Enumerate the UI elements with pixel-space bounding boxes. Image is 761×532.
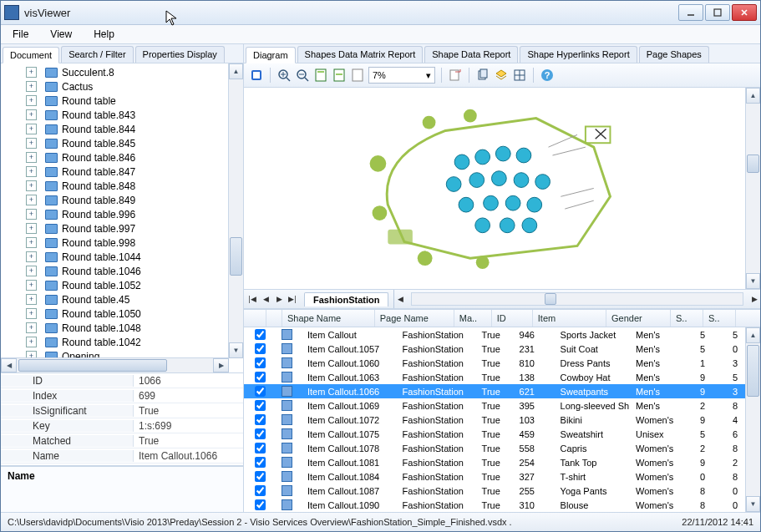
row-checkbox[interactable]	[255, 329, 266, 340]
scroll-up-icon[interactable]: ▲	[229, 63, 243, 79]
page-next-icon[interactable]: ▶	[273, 293, 285, 305]
tree-vertical-scrollbar[interactable]: ▲ ▼	[228, 63, 243, 358]
tree-item[interactable]: +Round table.1048	[1, 321, 243, 335]
row-checkbox[interactable]	[255, 343, 266, 354]
document-tree[interactable]: +Succulent.8+Cactus+Round table+Round ta…	[1, 63, 243, 372]
col-page-name[interactable]: Page Name	[375, 310, 454, 327]
scroll-down-icon[interactable]: ▼	[229, 342, 243, 358]
page-scroll-left-icon[interactable]: ◀	[394, 293, 406, 305]
tree-item[interactable]: +Round table.848	[1, 179, 243, 193]
tab-search-filter[interactable]: Search / Filter	[61, 46, 133, 63]
expand-icon[interactable]: +	[26, 209, 37, 220]
page-tab-fashionstation[interactable]: FashionStation	[304, 292, 388, 307]
tree-item[interactable]: +Round table.849	[1, 193, 243, 207]
zoom-combo[interactable]: 7%▾	[368, 67, 435, 84]
expand-icon[interactable]: +	[26, 180, 37, 191]
scroll-down-icon[interactable]: ▼	[746, 496, 760, 512]
col-id[interactable]: ID	[492, 310, 533, 327]
scroll-left-icon[interactable]: ◀	[1, 358, 17, 372]
expand-icon[interactable]: +	[26, 67, 37, 78]
property-row[interactable]: MatchedTrue	[1, 433, 243, 448]
menu-view[interactable]: View	[47, 27, 75, 42]
row-checkbox[interactable]	[255, 443, 266, 453]
tree-horizontal-scrollbar[interactable]: ◀ ▶	[1, 357, 229, 372]
tree-item[interactable]: +Cactus	[1, 79, 243, 94]
row-checkbox[interactable]	[255, 386, 266, 397]
tree-item[interactable]: +Round table.1052	[1, 278, 243, 292]
tab-page-shapes[interactable]: Page Shapes	[639, 46, 709, 63]
scroll-thumb[interactable]	[747, 155, 759, 173]
scroll-thumb[interactable]	[747, 345, 759, 397]
table-row[interactable]: Item CalloutFashionStationTrue946Sports …	[244, 327, 760, 342]
expand-icon[interactable]: +	[26, 138, 37, 149]
expand-icon[interactable]: +	[26, 280, 37, 291]
expand-icon[interactable]: +	[26, 294, 37, 305]
minimize-button[interactable]	[678, 4, 703, 21]
table-row[interactable]: Item Callout.1066FashionStationTrue621Sw…	[244, 384, 760, 398]
zoom-out-icon[interactable]	[295, 68, 310, 83]
property-row[interactable]: IsSignificantTrue	[1, 403, 243, 418]
col-gender[interactable]: Gender	[606, 310, 671, 327]
titlebar[interactable]: visViewer	[1, 1, 760, 25]
expand-icon[interactable]: +	[26, 223, 37, 234]
row-checkbox[interactable]	[255, 372, 266, 383]
scroll-down-icon[interactable]: ▼	[746, 273, 760, 289]
table-row[interactable]: Item Callout.1090FashionStationTrue310Bl…	[244, 498, 760, 512]
property-row[interactable]: Index699	[1, 388, 243, 403]
row-checkbox[interactable]	[255, 457, 266, 468]
copy-icon[interactable]	[475, 68, 490, 83]
expand-icon[interactable]: +	[26, 308, 37, 319]
table-row[interactable]: Item Callout.1069FashionStationTrue395Lo…	[244, 398, 760, 413]
expand-icon[interactable]: +	[26, 237, 37, 248]
property-row[interactable]: NameItem Callout.1066	[1, 448, 243, 464]
property-row[interactable]: ID1066	[1, 373, 243, 388]
scroll-right-icon[interactable]: ▶	[213, 358, 229, 372]
tab-shapes-data-matrix[interactable]: Shapes Data Matrix Report	[297, 46, 424, 63]
table-row[interactable]: Item Callout.1057FashionStationTrue231Su…	[244, 342, 760, 356]
table-row[interactable]: Item Callout.1063FashionStationTrue138Co…	[244, 370, 760, 384]
grid-vertical-scrollbar[interactable]: ▲ ▼	[745, 327, 760, 512]
property-grid[interactable]: ID1066Index699IsSignificantTrueKey1:s:69…	[1, 373, 243, 466]
expand-icon[interactable]: +	[26, 166, 37, 177]
row-checkbox[interactable]	[255, 485, 266, 496]
close-button[interactable]	[732, 4, 757, 21]
tree-item[interactable]: +Round table.844	[1, 122, 243, 136]
page-first-icon[interactable]: |◀	[246, 293, 258, 305]
tree-item[interactable]: +Round table.996	[1, 207, 243, 221]
grid-icon[interactable]	[512, 68, 527, 83]
tree-item[interactable]: +Round table.846	[1, 150, 243, 165]
menu-help[interactable]: Help	[90, 27, 118, 42]
col-shape-name[interactable]: Shape Name	[282, 310, 375, 327]
export-icon[interactable]	[448, 68, 463, 83]
expand-icon[interactable]: +	[26, 81, 37, 92]
tree-item[interactable]: +Round table.1044	[1, 250, 243, 264]
expand-icon[interactable]: +	[26, 195, 37, 205]
col-matched[interactable]: Ma..	[454, 310, 492, 327]
page-scroll-right-icon[interactable]: ▶	[748, 293, 760, 305]
table-row[interactable]: Item Callout.1084FashionStationTrue327T-…	[244, 469, 760, 484]
col-s1[interactable]: S..	[671, 310, 703, 327]
expand-icon[interactable]: +	[26, 95, 37, 106]
expand-icon[interactable]: +	[26, 251, 37, 262]
page-h-scrollbar[interactable]	[411, 292, 743, 306]
col-item[interactable]: Item	[533, 310, 606, 327]
tab-properties-display[interactable]: Properties Display	[135, 46, 225, 63]
tab-document[interactable]: Document	[3, 47, 59, 63]
maximize-button[interactable]	[705, 4, 730, 21]
zoom-in-icon[interactable]	[276, 68, 292, 83]
scroll-hthumb[interactable]	[545, 293, 556, 305]
tree-item[interactable]: +Round table.1046	[1, 264, 243, 278]
diagram-area[interactable]: ▲ ▼	[244, 88, 760, 289]
table-row[interactable]: Item Callout.1072FashionStationTrue103Bi…	[244, 413, 760, 427]
tree-item[interactable]: +Round table	[1, 94, 243, 108]
scroll-up-icon[interactable]: ▲	[746, 327, 760, 343]
row-checkbox[interactable]	[255, 357, 266, 368]
tab-diagram[interactable]: Diagram	[246, 47, 296, 63]
expand-icon[interactable]: +	[26, 322, 37, 333]
page1-icon[interactable]	[313, 68, 328, 83]
property-row[interactable]: Key1:s:699	[1, 418, 243, 433]
col-s2[interactable]: S..	[703, 310, 736, 327]
tree-item[interactable]: +Round table.45	[1, 292, 243, 307]
table-row[interactable]: Item Callout.1060FashionStationTrue810Dr…	[244, 356, 760, 370]
tree-item[interactable]: +Round table.843	[1, 108, 243, 122]
